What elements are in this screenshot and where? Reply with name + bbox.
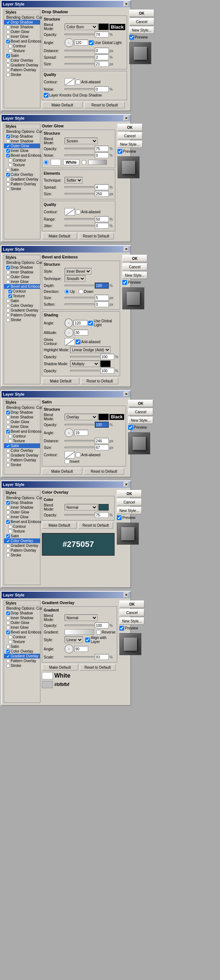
style-color-overlay-5[interactable]: Color Overlay — [4, 538, 40, 543]
reset-default-btn-1[interactable]: Reset to Default — [84, 102, 125, 108]
opacity-slider-1[interactable] — [65, 34, 94, 35]
opacity-input-2[interactable] — [95, 146, 109, 151]
cb-gradient-overlay-1[interactable] — [6, 64, 10, 67]
style-satin-6[interactable]: Satin — [4, 644, 40, 649]
depth-input-3[interactable] — [95, 283, 109, 288]
make-default-btn-3[interactable]: Make Default — [42, 378, 79, 384]
style-gradient-overlay-5[interactable]: Gradient Overlay — [4, 543, 40, 548]
depth-slider-3[interactable] — [65, 285, 94, 286]
style-texture-2[interactable]: Texture — [4, 162, 40, 167]
anti-aliased-cb-2[interactable] — [76, 210, 80, 214]
preview-cb-1[interactable] — [129, 35, 134, 40]
style-stroke-2[interactable]: Stroke — [4, 186, 40, 191]
cb-texture-1[interactable] — [8, 49, 12, 53]
cb-pattern-overlay-3[interactable] — [6, 313, 10, 317]
style-gradient-overlay-6[interactable]: Gradient Overlay — [4, 654, 40, 659]
cb-stroke-5[interactable] — [6, 554, 10, 557]
style-gradient-overlay-2[interactable]: Gradient Overlay — [4, 177, 40, 182]
angle-dial-4[interactable]: ○ — [65, 428, 73, 437]
make-default-btn-1[interactable]: Make Default — [42, 102, 83, 108]
size-input-1[interactable] — [95, 61, 109, 67]
spread-input-1[interactable] — [95, 54, 109, 60]
range-slider-2[interactable] — [65, 218, 94, 220]
style-pattern-overlay-1[interactable]: Pattern Overlay — [4, 68, 40, 72]
cb-gradient-overlay-6[interactable] — [6, 654, 10, 658]
cb-texture-5[interactable] — [8, 530, 12, 533]
color-radio-2[interactable] — [44, 160, 48, 165]
cancel-btn-1[interactable]: Cancel — [129, 18, 154, 25]
cb-color-overlay-3[interactable] — [6, 304, 10, 307]
distance-input-1[interactable] — [95, 48, 109, 54]
size-slider-4[interactable] — [65, 447, 94, 448]
new-style-btn-2[interactable]: New Style... — [118, 141, 142, 148]
style-outer-glow-5[interactable]: Outer Glow — [4, 510, 40, 515]
angle-dial-1[interactable]: ○ — [65, 38, 73, 47]
blend-select-6[interactable]: Normal — [65, 614, 98, 621]
style-bevel-3[interactable]: Bevel and Emboss — [4, 284, 40, 289]
blend-mode-select-1[interactable]: Color Burn — [65, 24, 98, 30]
spread-slider-2[interactable] — [65, 186, 94, 188]
cb-drop-shadow-5[interactable] — [6, 501, 10, 505]
distance-input-4[interactable] — [95, 438, 109, 444]
scale-input-6[interactable] — [95, 654, 109, 660]
style-stroke-3[interactable]: Stroke — [4, 318, 40, 322]
glow-color-swatch-2[interactable] — [51, 159, 61, 165]
style-gradient-overlay-4[interactable]: Gradient Overlay — [4, 453, 40, 458]
gradient-picker-6[interactable] — [65, 629, 94, 635]
style-contour-4[interactable]: Contour — [4, 434, 40, 439]
cb-gradient-overlay-3[interactable] — [6, 309, 10, 312]
anti-aliased-cb-3[interactable] — [76, 339, 80, 344]
style-blending-3[interactable]: Blending Options: Custom — [4, 260, 40, 265]
style-stroke-1[interactable]: Stroke — [4, 72, 40, 77]
blend-select-5[interactable]: Normal — [65, 504, 98, 511]
style-bevel-1[interactable]: Bevel and Emboss — [4, 39, 40, 44]
make-default-btn-5[interactable]: Make Default — [42, 522, 77, 528]
spread-input-2[interactable] — [95, 184, 109, 190]
style-outer-glow-1[interactable]: Outer Glow — [4, 29, 40, 34]
cb-pattern-overlay-4[interactable] — [6, 458, 10, 462]
cb-satin-4[interactable] — [6, 444, 10, 448]
blend-color-swatch-1[interactable] — [99, 24, 109, 30]
ok-btn-2[interactable]: OK — [118, 124, 142, 131]
gradient-radio-2[interactable] — [81, 160, 86, 165]
preview-cb-5[interactable] — [117, 515, 121, 520]
contour-preview-4[interactable] — [65, 451, 75, 458]
size-slider-1[interactable] — [65, 63, 94, 65]
highlight-opacity-input-3[interactable] — [100, 354, 114, 360]
style-outer-glow-6[interactable]: Outer Glow — [4, 620, 40, 625]
highlight-opacity-slider-3[interactable] — [70, 356, 99, 358]
style-pattern-overlay-4[interactable]: Pattern Overlay — [4, 458, 40, 463]
style-bevel-5[interactable]: Bevel and Emboss — [4, 519, 40, 524]
cb-satin-5[interactable] — [6, 535, 10, 538]
size-slider-2[interactable] — [65, 193, 94, 194]
jitter-input-2[interactable] — [95, 223, 109, 229]
size-input-3[interactable] — [95, 295, 109, 301]
cb-texture-4[interactable] — [8, 439, 12, 443]
style-inner-glow-3[interactable]: Inner Glow — [4, 279, 40, 284]
preview-cb-4[interactable] — [128, 425, 133, 430]
style-satin-1[interactable]: Satin — [4, 53, 40, 58]
dir-up-radio-3[interactable] — [65, 289, 69, 294]
color-swatch-5[interactable] — [99, 504, 109, 511]
ok-btn-3[interactable]: OK — [122, 255, 147, 262]
cb-color-overlay-1[interactable] — [6, 59, 10, 62]
cancel-btn-3[interactable]: Cancel — [122, 263, 147, 270]
cb-inner-shadow-4[interactable] — [6, 415, 10, 419]
noise-slider-1[interactable] — [65, 89, 94, 90]
style-satin-3[interactable]: Satin — [4, 298, 40, 303]
cancel-btn-4[interactable]: Cancel — [128, 408, 153, 415]
cb-contour-5[interactable] — [8, 525, 12, 528]
cb-drop-shadow-2[interactable] — [6, 135, 10, 138]
style-drop-shadow-4[interactable]: Drop Shadow — [4, 410, 40, 415]
style-contour-6[interactable]: Contour — [4, 635, 40, 640]
cb-contour-4[interactable] — [8, 434, 12, 438]
close-button-6[interactable]: ✕ — [124, 592, 129, 598]
cb-bevel-4[interactable] — [6, 430, 10, 433]
cb-drop-shadow-4[interactable] — [6, 411, 10, 414]
altitude-dial-3[interactable]: ○ — [65, 328, 73, 337]
style-outer-glow-3[interactable]: Outer Glow — [4, 275, 40, 279]
opacity-input-4[interactable] — [95, 422, 109, 428]
style-inner-glow-1[interactable]: Inner Glow — [4, 34, 40, 39]
style-color-overlay-2[interactable]: Color Overlay — [4, 172, 40, 177]
style-drop-shadow-6[interactable]: Drop Shadow — [4, 611, 40, 616]
